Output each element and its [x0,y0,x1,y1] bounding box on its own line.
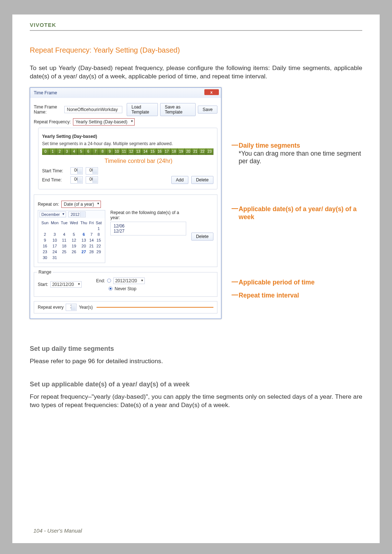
repeat-on-combo[interactable]: Date (of a year) [61,201,101,208]
timeline-tick[interactable]: 23 [206,148,213,155]
calendar-day[interactable] [40,226,50,231]
calendar-day[interactable]: 30 [40,255,50,260]
repeat-every-spinner[interactable]: 1 [66,304,77,311]
save-button[interactable]: Save [198,106,217,114]
timeline-tick[interactable]: 13 [135,148,142,155]
calendar-day[interactable] [50,226,60,231]
timeline-tick[interactable]: 21 [192,148,199,155]
calendar[interactable]: December 2012 SunMonTueWedThuFriSat 1234… [38,210,105,263]
section-title: Repeat Frequency: Yearly Setting (Day-ba… [30,46,362,54]
timeline-tick[interactable]: 19 [177,148,185,155]
start-hour-spinner[interactable]: 00 [70,167,83,175]
calendar-day[interactable]: 31 [50,255,60,260]
selected-dates-list[interactable]: 12/0612/27 [110,222,186,235]
segment-add-button[interactable]: Add [171,176,188,184]
segment-delete-button[interactable]: Delete [191,176,213,184]
calendar-day[interactable]: 6 [79,231,88,237]
calendar-day[interactable]: 27 [79,249,88,255]
calendar-day[interactable]: 7 [88,231,95,237]
calendar-day[interactable]: 11 [60,237,69,243]
timeline-tick[interactable]: 15 [149,148,156,155]
calendar-day[interactable]: 1 [95,226,103,231]
timeline-tick[interactable]: 20 [185,148,192,155]
calendar-day[interactable]: 29 [95,249,103,255]
timeline-tick[interactable]: 11 [121,148,128,155]
lower-section: Set up daily time segments Please refer … [30,345,362,410]
calendar-day[interactable]: 24 [50,249,60,255]
calendar-day[interactable]: 13 [79,237,88,243]
timeline-tick[interactable]: 17 [163,148,171,155]
repeat-on-section: Repeat on: Date (of a year) December 201… [34,194,217,267]
calendar-day[interactable] [95,255,103,260]
timeline-tick[interactable]: 16 [156,148,164,155]
range-end-datepicker[interactable]: 2012/12/20 [113,278,144,284]
timeline-tick[interactable]: 9 [106,148,114,155]
repeat-frequency-combo[interactable]: Yearly Setting (Day-based) [73,118,135,126]
calendar-day[interactable] [60,255,69,260]
timeline-tick[interactable]: 1 [49,148,57,155]
calendar-day[interactable]: 8 [95,231,103,237]
timeline-tick[interactable]: 10 [114,148,121,155]
calendar-day[interactable]: 23 [40,249,50,255]
timeline-tick[interactable]: 7 [92,148,99,155]
calendar-day[interactable] [69,255,79,260]
calendar-day[interactable] [69,226,79,231]
close-icon[interactable]: x [204,89,219,95]
calendar-day[interactable] [88,255,95,260]
calendar-day[interactable]: 21 [88,243,95,249]
calendar-day[interactable]: 10 [50,237,60,243]
never-stop-radio[interactable] [109,287,113,291]
timeline-tick[interactable]: 2 [56,148,64,155]
calendar-day[interactable]: 16 [40,243,50,249]
save-as-template-button[interactable]: Save as Template [160,103,196,116]
calendar-weekday: Wed [69,220,79,226]
timeline-tick[interactable]: 8 [99,148,106,155]
selected-date-item[interactable]: 12/27 [114,229,183,234]
calendar-day[interactable]: 19 [69,243,79,249]
timeline-tick[interactable]: 0 [42,148,49,155]
calendar-day[interactable]: 2 [40,231,50,237]
calendar-day[interactable]: 4 [60,231,69,237]
timeline-tick[interactable]: 18 [171,148,178,155]
end-hour-spinner[interactable]: 00 [70,176,83,184]
annotation-connector-4 [232,295,238,295]
calendar-day[interactable]: 26 [69,249,79,255]
dates-delete-button[interactable]: Delete [191,233,213,241]
start-min-spinner[interactable]: 00 [86,167,98,175]
calendar-grid[interactable]: SunMonTueWedThuFriSat 123456789101112131… [40,220,103,260]
calendar-day[interactable]: 15 [95,237,103,243]
calendar-day[interactable] [60,226,69,231]
calendar-day[interactable]: 14 [88,237,95,243]
calendar-day[interactable]: 22 [95,243,103,249]
range-start-datepicker[interactable]: 2012/12/20 [50,281,82,288]
end-date-radio[interactable] [107,279,111,283]
calendar-year-spinner[interactable]: 2012 [68,212,86,217]
timeline-tick[interactable]: 4 [71,148,78,155]
calendar-day[interactable]: 20 [79,243,88,249]
timeline-tick[interactable]: 12 [128,148,135,155]
calendar-day[interactable]: 25 [60,249,69,255]
calendar-day[interactable]: 3 [50,231,60,237]
dialog-titlebar[interactable]: Time Frame x [30,88,221,98]
calendar-day[interactable]: 17 [50,243,60,249]
calendar-month-select[interactable]: December [40,212,66,217]
timeline-tick[interactable]: 14 [142,148,149,155]
calendar-day[interactable] [79,226,88,231]
timeframe-name-label: Time Frame Name: [34,104,62,115]
calendar-day[interactable]: 18 [60,243,69,249]
selected-date-item[interactable]: 12/06 [114,223,183,229]
timeline-tick[interactable]: 6 [85,148,92,155]
timeline-bar[interactable]: 01234567891011121314151617181920212223 [42,148,213,155]
timeline-tick[interactable]: 22 [199,148,206,155]
timeline-tick[interactable]: 5 [78,148,85,155]
calendar-day[interactable]: 28 [88,249,95,255]
calendar-day[interactable]: 9 [40,237,50,243]
load-template-button[interactable]: Load Template [127,103,158,116]
calendar-day[interactable]: 5 [69,231,79,237]
end-min-spinner[interactable]: 00 [86,176,98,184]
timeline-tick[interactable]: 3 [64,148,71,155]
calendar-day[interactable]: 12 [69,237,79,243]
calendar-day[interactable] [88,226,95,231]
calendar-day[interactable] [79,255,88,260]
calendar-weekday: Mon [50,220,60,226]
